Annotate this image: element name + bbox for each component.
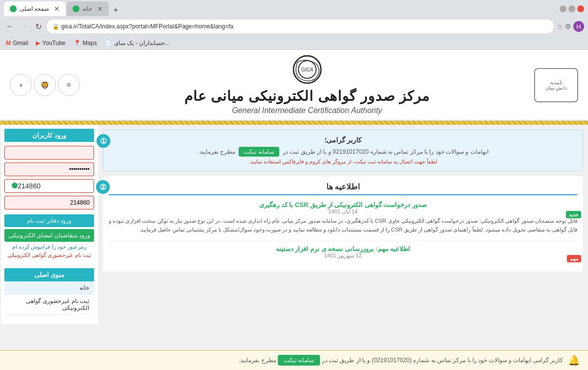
registry-login-button[interactable]: ورود دفاتر ثبت نام (4, 214, 94, 227)
sidebar: ورود کاربران 214860 ورود د (0, 125, 98, 324)
ann-item-date-1: 14 آبان 1401 (109, 208, 577, 215)
notice-greeting: کاربر گرامی؛ (111, 136, 575, 144)
star-icon[interactable]: ☆ (557, 23, 563, 30)
bookmark-gmail[interactable]: M Gmail (4, 39, 30, 47)
address-bar[interactable]: 🔒 gica.ir/TotalCA/index.aspx?portal=MFPo… (47, 20, 554, 33)
bookmark-accountants-label: حسابداران - یک سای... (114, 40, 170, 46)
refresh-button[interactable]: ↻ (33, 21, 44, 32)
content-area: ① کاربر گرامی؛ ابهامات و سوالات خود را ب… (98, 125, 588, 324)
gov-logo-3: ⚙ (58, 74, 80, 96)
menu-item-register[interactable]: ثبت نام غیرحضوری گواهی الکترونیکی (4, 295, 94, 315)
header-title-en: General Intermediate Certification Autho… (80, 106, 534, 115)
main-body: ① کاربر گرامی؛ ابهامات و سوالات خود را ب… (0, 125, 588, 324)
minimize-button[interactable] (560, 5, 566, 12)
browser-chrome: صفحه اصلی ✕ خانه ✕ + ← → ↻ 🔒 gica.ir/Tot… (0, 0, 588, 50)
main-menu-section: منوی اصلی خانه ثبت نام غیرحضوری گواهی ال… (4, 268, 94, 315)
tab-favicon-2 (73, 5, 79, 12)
youtube-icon: ▶ (36, 40, 40, 46)
header-logos-left: 🏛️ 🦁 ⚙ (10, 74, 80, 96)
tab-active[interactable]: صفحه اصلی ✕ (4, 1, 66, 16)
gov-logos: 🏛️ 🦁 ⚙ (10, 74, 80, 96)
password-input[interactable] (4, 162, 94, 176)
notice-sub-text: لطفاً جهت اتصال به سامانه ثبت تیکت، از م… (111, 159, 575, 165)
login-section: ورود کاربران 214860 ورود د (4, 129, 94, 262)
bookmarks-bar: M Gmail ▶ YouTube 📍 Maps 📄 حسابداران - ی… (0, 36, 588, 50)
new-tab-button[interactable]: + (110, 4, 122, 16)
svg-text:GICA: GICA (301, 67, 313, 72)
gov-logo-1: 🏛️ (10, 74, 32, 96)
bottom-ticket-button[interactable]: سامانه تیکت (278, 355, 320, 366)
notice-text-2: مطرح بفرمایید. (197, 148, 235, 155)
notice-number-badge: ① (97, 134, 110, 148)
main-menu-title: منوی اصلی (4, 268, 94, 281)
captcha-dot (12, 183, 18, 190)
login-section-title: ورود کاربران (4, 129, 94, 142)
bookmark-maps[interactable]: 📍 Maps (72, 39, 99, 47)
tab-close-1[interactable]: ✕ (54, 5, 60, 13)
bookmark-gmail-label: Gmail (13, 40, 28, 46)
menu-item-home[interactable]: خانه (4, 281, 94, 295)
right-logo-text: تأییدیهدانش بنیان (545, 80, 567, 91)
announcements-title: اطلاعیه ها (109, 182, 577, 195)
address-bar-row: ← → ↻ 🔒 gica.ir/TotalCA/index.aspx?porta… (0, 18, 588, 36)
bookmark-youtube-label: YouTube (42, 40, 65, 46)
header-decoration (0, 121, 588, 125)
tab-favicon-1 (10, 5, 17, 12)
bottom-bar-text-1: کاربر گرامی ابهامات و سوالات خود را با م… (322, 357, 563, 364)
bookmark-maps-label: Maps (83, 40, 97, 46)
maps-icon: 📍 (74, 40, 81, 46)
notification-bell-icon: 🔔 (568, 354, 580, 366)
ann-divider (109, 241, 577, 241)
ann-item-text-1: قابل توجه متصدیان صدور گواهی الکترونیکی:… (109, 217, 577, 234)
announcement-item-2: مهم اطلاعیه مهم: بروزرسانی نسخه ی نرم اف… (109, 245, 577, 259)
bottom-notification-bar: 🔔 کاربر گرامی ابهامات و سوالات خود را با… (0, 350, 588, 370)
register-link[interactable]: ثبت نام غیرحضوری گواهی الکترونیکی (4, 252, 94, 258)
tab-close-2[interactable]: ✕ (97, 5, 103, 13)
window-controls (560, 5, 584, 12)
ann-item-title-2[interactable]: اطلاعیه مهم: بروزرسانی نسخه ی نرم افزار … (109, 245, 577, 253)
profile-icon[interactable]: H (573, 21, 584, 32)
back-button[interactable]: ← (4, 21, 16, 32)
tab-inactive[interactable]: خانه ✕ (67, 1, 109, 16)
announcement-item-1: جدید صدور درخواست گواهی الکترونیکی از طر… (109, 201, 577, 234)
bookmark-youtube[interactable]: ▶ YouTube (34, 39, 67, 47)
ticket-button-notice[interactable]: سامانه تیکت (239, 147, 279, 157)
captcha-value: 214860 (18, 182, 41, 190)
gov-logo-2: 🦁 (34, 74, 56, 96)
bottom-bar-text-2: مطرح بفرمایید. (239, 357, 276, 364)
header-title-fa: مرکز صدور گواهی الکترونیکی میانی عام (80, 88, 534, 104)
username-input[interactable] (4, 146, 94, 160)
forgot-password-link[interactable]: رمزعبور خود را فراموش کرده ام (4, 244, 94, 250)
maximize-button[interactable] (568, 5, 575, 12)
notice-text-1: ابهامات و سوالات خود را با مرکز تماس به … (283, 148, 489, 155)
extension-icon[interactable]: ⚙ (565, 23, 571, 30)
bookmark-accountants[interactable]: 📄 حسابداران - یک سای... (103, 39, 172, 47)
header-logo-right: تأییدیهدانش بنیان (534, 68, 578, 102)
address-text: gica.ir/TotalCA/index.aspx?portal=MFPort… (61, 23, 233, 30)
login-form: 214860 ورود دفاتر ثبت نام ورود متقاضیان … (4, 142, 94, 262)
captcha-row: 214860 (4, 179, 94, 193)
notice-text: ابهامات و سوالات خود را با مرکز تماس به … (111, 147, 575, 157)
close-button[interactable] (577, 5, 584, 12)
electronic-login-button[interactable]: ورود متقاضیان امضای الکترونیکی (4, 229, 94, 242)
bottom-bar-text: کاربر گرامی ابهامات و سوالات خود را با م… (8, 355, 563, 366)
gmail-icon: M (6, 40, 11, 46)
forward-button[interactable]: → (19, 21, 30, 32)
new-badge-1: جدید (566, 211, 581, 218)
address-bar-icons: ☆ ⚙ H (557, 21, 584, 32)
ann-item-title-1[interactable]: صدور درخواست گواهی الکترونیکی از طریق CS… (109, 201, 577, 208)
title-bar: صفحه اصلی ✕ خانه ✕ + (0, 0, 588, 18)
tab-label-2: خانه (82, 5, 92, 12)
site-header: 🏛️ 🦁 ⚙ GICA مرکز صدور گواهی الکترونیکی م… (0, 50, 588, 121)
accountants-icon: 📄 (105, 40, 112, 46)
captcha-input[interactable] (4, 196, 94, 209)
important-badge-2: مهم (567, 255, 581, 262)
logo-svg: GICA (288, 55, 327, 84)
notice-box: ① کاربر گرامی؛ ابهامات و سوالات خود را ب… (103, 130, 583, 171)
page-content: 🏛️ 🦁 ⚙ GICA مرکز صدور گواهی الکترونیکی م… (0, 50, 588, 370)
header-center: GICA مرکز صدور گواهی الکترونیکی میانی عا… (80, 55, 534, 115)
ann-item-date-2: 12 شهریور 1401 (109, 253, 577, 259)
announcements-number-badge: ② (96, 180, 110, 194)
captcha-display: 214860 (4, 179, 94, 193)
announcements-section: ② اطلاعیه ها جدید صدور درخواست گواهی الک… (103, 176, 583, 272)
